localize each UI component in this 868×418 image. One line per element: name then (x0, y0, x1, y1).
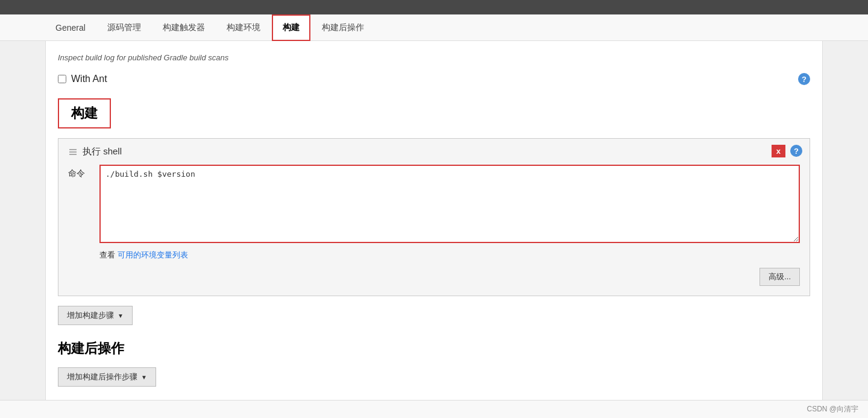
build-section-heading: 构建 (58, 98, 111, 128)
tab-build-env[interactable]: 构建环境 (216, 14, 271, 41)
tab-source-mgmt[interactable]: 源码管理 (97, 14, 151, 41)
command-row: 命令 ./build.sh $version (68, 165, 800, 245)
tab-navigation: General 源码管理 构建触发器 构建环境 构建 构建后操作 (0, 14, 868, 41)
delete-shell-button[interactable]: x (772, 145, 785, 157)
add-build-step-button[interactable]: 增加构建步骤 ▼ (58, 306, 133, 325)
top-bar (0, 0, 868, 14)
with-ant-text: With Ant (71, 74, 107, 84)
command-textarea[interactable]: ./build.sh $version (99, 165, 800, 243)
dropdown-arrow-icon: ▼ (118, 312, 124, 319)
shell-help-icon[interactable]: ? (790, 145, 802, 157)
advanced-btn-row: 高级... (68, 268, 800, 286)
advanced-button[interactable]: 高级... (760, 268, 800, 286)
main-content: Inspect build log for published Gradle b… (45, 41, 823, 409)
tab-post-build[interactable]: 构建后操作 (312, 14, 374, 41)
tab-build-trigger[interactable]: 构建触发器 (153, 14, 215, 41)
footer: CSDN @向清宇 (0, 400, 868, 409)
with-ant-label: With Ant (58, 74, 107, 84)
add-post-build-step-row: 增加构建后操作步骤 ▼ (58, 367, 810, 387)
shell-header: 执行 shell (68, 146, 800, 157)
command-label: 命令 (68, 165, 92, 179)
shell-block: x ? 执行 shell 命令 ./build.sh $version 查看 可… (58, 138, 810, 296)
inspect-build-log-text: Inspect build log for published Gradle b… (58, 48, 810, 67)
post-build-heading: 构建后操作 (58, 340, 810, 358)
tab-general[interactable]: General (45, 14, 96, 41)
drag-handle[interactable] (68, 148, 78, 156)
env-link-row: 查看 可用的环境变量列表 (99, 250, 800, 261)
env-variables-link[interactable]: 可用的环境变量列表 (118, 250, 188, 259)
with-ant-checkbox[interactable] (58, 75, 66, 83)
add-step-row: 增加构建步骤 ▼ (58, 306, 810, 325)
command-textarea-wrap: ./build.sh $version (99, 165, 800, 245)
add-post-build-step-button[interactable]: 增加构建后操作步骤 ▼ (58, 367, 156, 387)
post-build-dropdown-arrow-icon: ▼ (141, 374, 147, 381)
with-ant-row: With Ant ? (58, 67, 810, 89)
shell-title: 执行 shell (83, 146, 122, 157)
tab-build[interactable]: 构建 (272, 14, 310, 41)
with-ant-help-icon[interactable]: ? (798, 73, 810, 85)
